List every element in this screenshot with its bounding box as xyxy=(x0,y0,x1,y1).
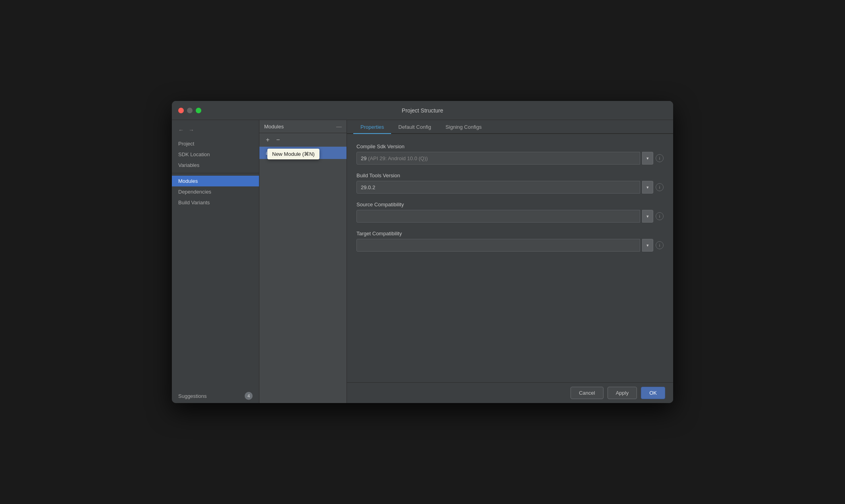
sidebar: ← → Project SDK Location Variables Modul… xyxy=(172,120,259,403)
title-bar: Project Structure xyxy=(172,101,673,120)
suggestions-badge: 4 xyxy=(245,392,253,400)
sidebar-divider xyxy=(172,173,259,173)
modules-close-button[interactable]: — xyxy=(336,123,342,130)
source-compat-group: Source Compatibility ▾ i xyxy=(356,202,664,223)
target-compat-arrow[interactable]: ▾ xyxy=(642,239,653,252)
tab-default-config[interactable]: Default Config xyxy=(391,120,438,134)
close-button[interactable] xyxy=(178,108,184,113)
traffic-lights xyxy=(178,108,201,113)
target-compat-dropdown[interactable] xyxy=(356,239,640,252)
target-compat-label: Target Compatibility xyxy=(356,231,664,236)
sidebar-item-build-variants[interactable]: Build Variants xyxy=(172,197,259,208)
sidebar-item-variables[interactable]: Variables xyxy=(172,160,259,171)
project-structure-window: Project Structure ← → Project SDK Locati… xyxy=(172,101,673,403)
compile-sdk-label: Compile Sdk Version xyxy=(356,143,664,149)
new-module-tooltip: New Module (⌘N) xyxy=(267,149,319,159)
apply-button[interactable]: Apply xyxy=(607,387,637,399)
sidebar-section: Project SDK Location Variables Modules D… xyxy=(172,138,259,211)
maximize-button[interactable] xyxy=(196,108,201,113)
sidebar-item-modules[interactable]: Modules xyxy=(172,176,259,186)
source-compat-label: Source Compatibility xyxy=(356,202,664,207)
sidebar-suggestions[interactable]: Suggestions 4 xyxy=(172,389,259,403)
remove-module-button[interactable]: − xyxy=(274,136,282,144)
target-compat-row: ▾ i xyxy=(356,239,664,252)
right-panel: Properties Default Config Signing Config… xyxy=(347,120,673,403)
window-title: Project Structure xyxy=(402,107,443,114)
compile-sdk-dropdown[interactable]: 29 (API 29: Android 10.0 (Q)) xyxy=(356,152,640,165)
sidebar-item-project[interactable]: Project xyxy=(172,138,259,149)
source-compat-row: ▾ i xyxy=(356,210,664,223)
build-tools-row: 29.0.2 ▾ i xyxy=(356,181,664,194)
sidebar-nav: ← → xyxy=(172,123,259,138)
minimize-button[interactable] xyxy=(187,108,193,113)
compile-sdk-info[interactable]: i xyxy=(656,154,664,162)
target-compat-info[interactable]: i xyxy=(656,241,664,249)
source-compat-arrow[interactable]: ▾ xyxy=(642,210,653,223)
nav-forward-button[interactable]: → xyxy=(187,126,196,134)
compile-sdk-arrow[interactable]: ▾ xyxy=(642,152,653,165)
build-tools-arrow[interactable]: ▾ xyxy=(642,181,653,194)
compile-sdk-group: Compile Sdk Version 29 (API 29: Android … xyxy=(356,143,664,165)
sidebar-item-dependencies[interactable]: Dependencies xyxy=(172,186,259,197)
build-tools-info[interactable]: i xyxy=(656,183,664,191)
build-tools-group: Build Tools Version 29.0.2 ▾ i xyxy=(356,173,664,194)
modules-header: Modules — xyxy=(259,120,347,133)
modules-toolbar: + − xyxy=(259,133,347,147)
modules-panel: Modules — + − New Module (⌘N) app xyxy=(259,120,347,403)
build-tools-label: Build Tools Version xyxy=(356,173,664,178)
compile-sdk-row: 29 (API 29: Android 10.0 (Q)) ▾ i xyxy=(356,152,664,165)
suggestions-label: Suggestions xyxy=(178,393,207,399)
target-compat-group: Target Compatibility ▾ i xyxy=(356,231,664,252)
cancel-button[interactable]: Cancel xyxy=(570,387,603,399)
build-tools-dropdown[interactable]: 29.0.2 xyxy=(356,181,640,194)
source-compat-info[interactable]: i xyxy=(656,212,664,220)
sidebar-item-sdk-location[interactable]: SDK Location xyxy=(172,149,259,160)
add-module-button[interactable]: + xyxy=(263,136,272,144)
nav-back-button[interactable]: ← xyxy=(177,126,185,134)
build-tools-value: 29.0.2 xyxy=(361,184,375,190)
ok-button[interactable]: OK xyxy=(641,387,665,399)
main-content: ← → Project SDK Location Variables Modul… xyxy=(172,120,673,403)
tab-properties[interactable]: Properties xyxy=(353,120,391,134)
tab-signing-configs[interactable]: Signing Configs xyxy=(438,120,489,134)
tabs: Properties Default Config Signing Config… xyxy=(347,120,673,134)
form-area: Compile Sdk Version 29 (API 29: Android … xyxy=(347,134,673,382)
source-compat-dropdown[interactable] xyxy=(356,210,640,223)
modules-title: Modules xyxy=(264,124,284,130)
compile-sdk-value: 29 (API 29: Android 10.0 (Q)) xyxy=(361,155,428,161)
bottom-bar: Cancel Apply OK xyxy=(347,382,673,403)
